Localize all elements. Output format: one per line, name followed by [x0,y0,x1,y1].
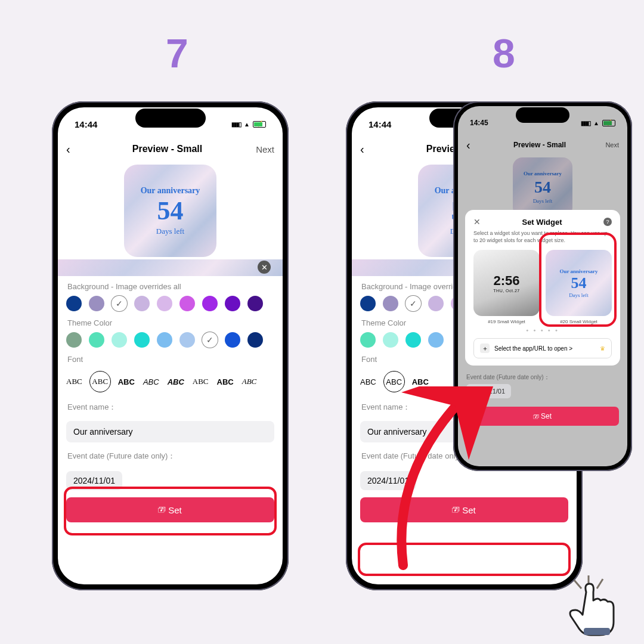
select-app-button[interactable]: ＋ Select the app/URL to open > ♛ [473,338,612,358]
status-time: 14:44 [75,119,97,129]
theme-swatch[interactable] [112,332,127,348]
bg-swatch[interactable] [360,296,376,311]
set-button-label: Set [541,412,552,420]
notch [135,109,206,128]
set-button[interactable]: Set [466,407,619,426]
theme-swatch[interactable] [247,332,263,348]
next-button[interactable]: Next [250,144,274,154]
widget-slot-row: 2:56 THU, Oct.27 #19 Small Widget Our an… [473,250,612,324]
set-widget-modal: ✕ Set Widget ? Select a widget slot you … [465,210,620,366]
screen-left: 14:44 ⚡ ‹ Preview - Small Next Our anniv… [58,107,283,584]
page-dots: ● ● ● ● ● [473,328,612,332]
edit-background-row[interactable]: ✕ [58,259,283,276]
theme-swatch-selected[interactable] [202,332,218,348]
event-name-input[interactable] [66,421,274,442]
wifi-icon [244,120,250,128]
tutorial-highlight-set-button [358,543,571,576]
theme-swatch[interactable] [66,332,82,348]
modal-close-icon[interactable]: ✕ [473,217,481,227]
font-option-selected[interactable]: ABC [89,371,111,392]
slot-preview-clock: 2:56 THU, Oct.27 [473,250,540,316]
event-date-input[interactable]: 2024/11/01 [466,384,511,398]
theme-swatch[interactable] [405,332,421,348]
event-name-label: Event name： [58,396,283,416]
font-option[interactable]: ABC [117,375,136,389]
set-button-label: Set [462,505,476,515]
bg-swatch-selected[interactable] [112,296,127,311]
theme-swatch[interactable] [157,332,172,348]
phone-frame-overlay: 14:45 ⚡ ‹ Preview - Small Next Our anniv… [453,101,632,471]
theme-swatch[interactable] [89,332,104,348]
event-date-label: Event date (Future date only)： [58,445,283,465]
theme-swatches [58,331,283,349]
bg-swatch[interactable] [247,296,263,311]
modal-subtitle: Select a widget slot you want to replace… [473,230,612,244]
status-time: 14:44 [369,119,391,129]
theme-label: Theme Color [58,312,283,331]
bg-swatch[interactable] [157,296,172,311]
svg-line-2 [597,579,603,589]
font-option[interactable]: ABC [359,375,377,389]
slot-label: #19 Small Widget [488,319,525,324]
status-right: ⚡ [231,120,266,128]
widget-title: Our anniversary [141,186,200,196]
bg-swatch[interactable] [383,296,398,311]
bg-swatch[interactable] [202,296,218,311]
bg-swatch[interactable] [134,296,150,311]
tap-cursor-icon [564,575,629,641]
font-options: ABC ABC ABC ABC ABC ABC ABC ABC [58,367,283,396]
font-option-selected[interactable]: ABC [383,371,405,392]
svg-rect-3 [584,628,610,635]
select-app-label: Select the app/URL to open > [494,345,572,352]
font-option[interactable]: ABC [142,375,160,389]
back-button[interactable]: ‹ [66,143,84,156]
font-option[interactable]: ABC [65,374,83,389]
bg-swatch[interactable] [66,296,82,311]
widget-title: Our anniversary [559,268,597,274]
event-date-input[interactable]: 2024/11/01 [360,471,416,490]
font-label: Font [58,349,283,367]
background-label: Background - Image overrides all [58,276,283,295]
back-button[interactable]: ‹ [360,143,378,156]
widget-slot-19[interactable]: 2:56 THU, Oct.27 #19 Small Widget [473,250,540,324]
close-icon[interactable]: ✕ [258,261,271,274]
widget-subtitle: Days left [156,227,184,236]
theme-swatch[interactable] [383,332,398,348]
widget-slot-20[interactable]: Our anniversary 54 Days left #20 Small W… [546,250,612,324]
theme-swatch[interactable] [428,332,444,348]
notch [516,107,569,123]
svg-line-0 [574,580,581,589]
modal-title: Set Widget [481,218,603,227]
widget-count: 54 [571,274,587,292]
step-number-7: 7 [166,30,188,76]
theme-swatch[interactable] [179,332,195,348]
event-date-label: Event date (Future date only)： [466,373,619,382]
set-button[interactable]: Set [360,497,568,522]
event-date-input[interactable]: 2024/11/01 [66,471,122,490]
font-option[interactable]: ABC [191,374,210,389]
theme-swatch[interactable] [225,332,240,348]
font-option[interactable]: ABC [241,374,258,389]
slot-label: #20 Small Widget [560,319,597,324]
widget-preview: Our anniversary 54 Days left [124,165,216,257]
bg-swatch[interactable] [225,296,240,311]
navbar: ‹ Preview - Small Next [58,137,283,161]
bg-swatch[interactable] [428,296,444,311]
bg-swatch[interactable] [89,296,104,311]
set-button[interactable]: Set [66,497,274,522]
help-icon[interactable]: ? [603,218,612,226]
set-button-label: Set [168,505,182,515]
background-swatches [58,295,283,312]
font-option[interactable]: ABC [216,375,235,389]
font-option[interactable]: ABC [411,375,430,389]
page-title: Preview - Small [84,144,250,154]
signal-icon [231,120,241,128]
battery-icon: ⚡ [253,121,266,128]
slot-preview-anniversary: Our anniversary 54 Days left [546,250,612,316]
font-option[interactable]: ABC [166,375,185,389]
theme-swatch[interactable] [134,332,150,348]
theme-swatch[interactable] [360,332,376,348]
bg-swatch[interactable] [179,296,195,311]
screen-overlay: 14:45 ⚡ ‹ Preview - Small Next Our anniv… [458,106,627,466]
bg-swatch-selected[interactable] [405,296,421,311]
